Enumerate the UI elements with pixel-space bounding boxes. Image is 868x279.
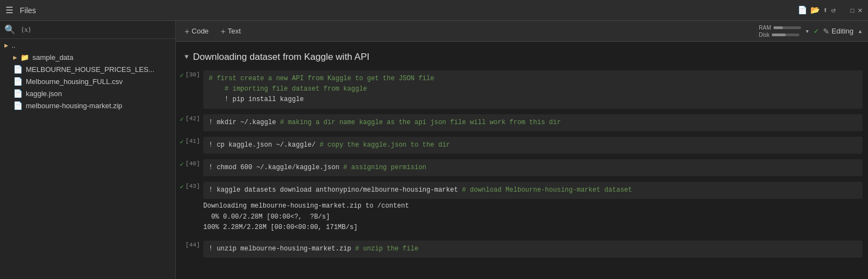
cells-container: ▼ Downloading dataset from Kaggle with A… [176,42,868,279]
window-close-icon[interactable]: ✕ [858,5,863,15]
sidebar-item-melb-full[interactable]: 📄 Melbourne_housing_FULL.csv [0,75,175,87]
ram-bar-fill [774,26,783,29]
sidebar-item-label: .. [12,41,15,49]
sidebar-header: ☰ Files [5,5,36,16]
cell-44-body[interactable]: ! unzip melbourne-housing-market.zip # u… [203,241,863,258]
disk-bar [772,34,799,36]
new-folder-icon[interactable]: 📂 [810,5,820,15]
pencil-icon: ✎ [823,27,830,36]
cell-43-body[interactable]: ! kaggle datasets download anthonypino/m… [203,182,863,199]
cell-43-line1: ! kaggle datasets download anthonypino/m… [209,185,857,196]
sidebar-item-label-melb-full: Melbourne_housing_FULL.csv [26,77,123,86]
cell-41-check: ✓ [180,138,183,146]
cell-42: ✓ [42] ! mkdir ~/.kaggle # making a dir … [176,112,868,133]
add-text-button[interactable]: + Text [218,25,244,37]
cell-30-line3: ! pip install kaggle [209,94,857,105]
disk-bar-fill [772,34,786,36]
cell-40: ✓ [40] ! chmod 600 ~/.kaggle/kaggle.json… [176,157,868,178]
editing-status: ✎ Editing [823,27,854,36]
cell-42-line1: ! mkdir ~/.kaggle # making a dir name ka… [209,118,857,128]
ram-bar [774,26,801,29]
cell-41: ✓ [41] ! cp kaggle.json ~/.kaggle/ # cop… [176,135,868,156]
ram-disk-indicator: RAM Disk [759,25,800,38]
cell-43: ✓ [43] ! kaggle datasets download anthon… [176,180,868,237]
text-label: Text [228,27,241,35]
cell-43-out1: Downloading melbourne-housing-market.zip… [203,201,863,211]
file-icon-melb: 📄 [13,65,23,74]
top-bar: ☰ Files 📄 📂 ⬆ ↺ ☐ ✕ [0,0,868,21]
sidebar-item-melb-zip[interactable]: 📄 melbourne-housing-market.zip [0,99,175,111]
file-sidebar: 🔍 {x} ▸ .. ▸ 📁 sample_data 📄 MELBOURNE_H… [0,21,176,279]
code-label: Code [192,27,209,35]
section-arrow-icon[interactable]: ▼ [185,53,188,61]
cell-30-line2: # importing file dataset from kaggle [209,84,857,94]
cell-44-line1: ! unzip melbourne-housing-market.zip # u… [209,244,857,254]
sidebar-item-melb-prices[interactable]: 📄 MELBOURNE_HOUSE_PRICES_LES... [0,63,175,75]
sidebar-toolbar: 🔍 {x} [0,21,175,39]
window-maximize-icon[interactable]: ☐ [850,5,854,15]
cell-41-body[interactable]: ! cp kaggle.json ~/.kaggle/ # copy the k… [203,137,863,154]
cell-41-line1: ! cp kaggle.json ~/.kaggle/ # copy the k… [209,140,857,150]
cell-41-gutter: ✓ [41] [176,137,203,146]
cell-40-check: ✓ [180,160,183,169]
cell-30: ✓ [30] # first create a new API from Kag… [176,68,868,111]
connected-checkmark-icon: ✓ [814,26,818,36]
cell-30-num: [30] [186,71,200,78]
refresh-icon[interactable]: ↺ [831,5,836,15]
cell-40-body[interactable]: ! chmod 600 ~/.kaggle/kaggle.json # assi… [203,159,863,176]
hamburger-icon[interactable]: ☰ [5,5,13,16]
files-title: Files [20,6,36,15]
ram-row: RAM [759,25,800,31]
ram-label: RAM [759,25,771,31]
cell-43-check: ✓ [180,183,183,191]
cell-30-gutter: ✓ [30] [176,70,203,80]
upload-icon[interactable]: ⬆ [823,5,827,15]
cell-43-row: ✓ [43] ! kaggle datasets download anthon… [176,182,868,199]
cell-41-num: [41] [186,138,200,144]
cell-42-check: ✓ [180,115,183,124]
cell-40-num: [40] [186,160,200,167]
sidebar-item-label-kaggle: kaggle.json [26,90,62,98]
cell-42-num: [42] [186,115,200,122]
file-icon-melb-full: 📄 [13,77,23,86]
toolbar-right: RAM Disk ▾ ✓ ✎ Edit [759,25,863,38]
cell-40-line1: ! chmod 600 ~/.kaggle/kaggle.json # assi… [209,163,857,173]
variable-inspector-icon[interactable]: {x} [21,25,31,34]
section-title: Downloading dataset from Kaggle with API [193,52,369,63]
main-layout: 🔍 {x} ▸ .. ▸ 📁 sample_data 📄 MELBOURNE_H… [0,21,868,279]
cell-44-row: [44] ! unzip melbourne-housing-market.zi… [176,241,868,258]
cell-40-row: ✓ [40] ! chmod 600 ~/.kaggle/kaggle.json… [176,159,868,176]
cell-30-check: ✓ [180,71,183,80]
toolbar-collapse-icon[interactable]: ▴ [858,26,863,36]
search-icon[interactable]: 🔍 [4,24,15,35]
folder-icon: ▸ [4,41,8,49]
sidebar-toolbar-icons: 📄 📂 ⬆ ↺ ☐ ✕ [798,5,863,15]
sidebar-item-parent[interactable]: ▸ .. [0,39,175,51]
folder-expand-icon: ▸ [13,53,17,62]
cell-42-body[interactable]: ! mkdir ~/.kaggle # making a dir name ka… [203,114,863,131]
plus-text-icon: + [221,26,226,36]
sidebar-item-label-melb-prices: MELBOURNE_HOUSE_PRICES_LES... [26,65,154,74]
sidebar-item-kaggle-json[interactable]: 📄 kaggle.json [0,87,175,99]
notebook-content: + Code + Text RAM Disk [176,21,868,279]
disk-label: Disk [759,32,769,38]
cell-41-row: ✓ [41] ! cp kaggle.json ~/.kaggle/ # cop… [176,137,868,154]
disk-row: Disk [759,32,800,38]
sidebar-item-sample-data[interactable]: ▸ 📁 sample_data [0,51,175,63]
new-file-icon[interactable]: 📄 [798,5,807,15]
plus-code-icon: + [185,26,190,36]
add-code-button[interactable]: + Code [181,25,212,37]
file-icon-zip: 📄 [13,101,23,110]
cell-43-output: Downloading melbourne-housing-market.zip… [176,199,868,235]
notebook-toolbar: + Code + Text RAM Disk [176,21,868,42]
resource-dropdown-icon[interactable]: ▾ [805,27,810,36]
cell-30-body[interactable]: # first create a new API from Kaggle to … [203,70,863,109]
cell-44-num: [44] [186,242,200,248]
cell-43-gutter: ✓ [43] [176,182,203,191]
cell-43-num: [43] [186,183,200,189]
file-icon-kaggle: 📄 [13,89,23,98]
folder-icon-sample: 📁 [20,53,29,62]
cell-44-gutter: [44] [176,241,203,248]
section-heading: ▼ Downloading dataset from Kaggle with A… [176,47,868,67]
sidebar-item-label-sample-data: sample_data [32,53,73,62]
